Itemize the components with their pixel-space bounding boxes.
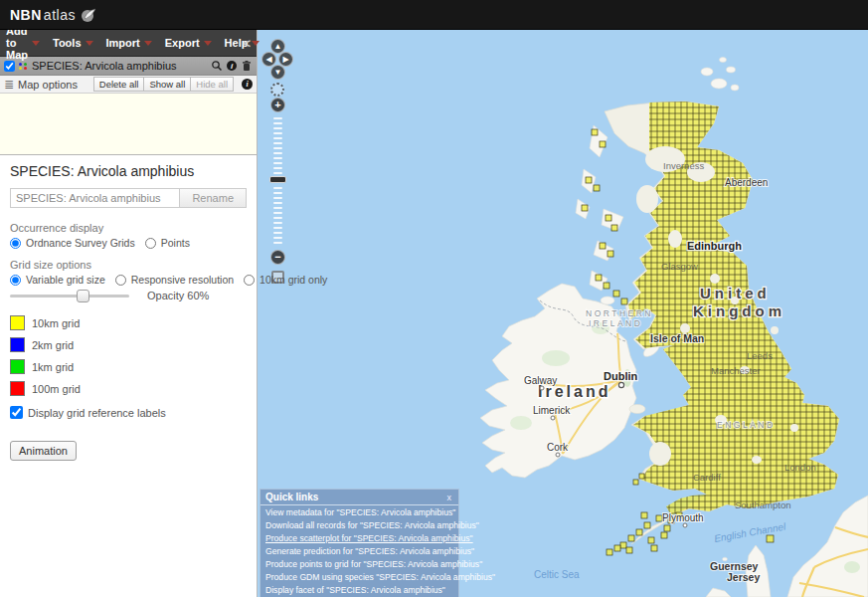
label-aberdeen: Aberdeen xyxy=(725,177,768,188)
top-bar: NBN atlas xyxy=(0,0,868,30)
link-download-records[interactable]: Download all records for "SPECIES: Arvic… xyxy=(260,518,458,531)
legend-item-100m: 100m grid xyxy=(10,381,247,396)
radio-responsive-resolution[interactable] xyxy=(115,275,126,286)
grid-size-options-label: Grid size options xyxy=(10,259,247,271)
quick-links-panel: Quick links x View metadata for "SPECIES… xyxy=(260,489,459,597)
label-cardiff: Cardiff xyxy=(693,472,721,483)
delete-layer-icon[interactable] xyxy=(241,60,253,72)
label-dublin: Dublin xyxy=(604,370,637,382)
link-view-metadata[interactable]: View metadata for "SPECIES: Arvicola amp… xyxy=(260,505,458,518)
label-leeds: Leeds xyxy=(747,350,773,361)
label-edinburgh: Edinburgh xyxy=(687,240,742,252)
label-southampton: Southampton xyxy=(735,499,791,510)
grid-layer-icon xyxy=(19,63,28,70)
legend-swatch-yellow xyxy=(10,315,25,330)
link-display-facet[interactable]: Display facet of "SPECIES: Arvicola amph… xyxy=(260,583,458,596)
chevron-down-icon xyxy=(252,41,260,46)
close-icon[interactable]: x xyxy=(445,493,454,502)
link-produce-gdm[interactable]: Produce GDM using species "SPECIES: Arvi… xyxy=(260,570,458,583)
display-grid-labels-checkbox[interactable] xyxy=(10,406,23,419)
link-points-to-grid[interactable]: Produce points to grid for "SPECIES: Arv… xyxy=(260,557,458,570)
menu-import[interactable]: Import xyxy=(106,37,152,49)
map-area[interactable]: United Kingdom Ireland NORTHERN IRELAND … xyxy=(258,30,868,597)
label-england: ENGLAND xyxy=(717,420,776,430)
collapse-panel-icon[interactable]: < xyxy=(243,36,251,51)
label-manchester: Manchester xyxy=(711,365,761,376)
legend-item-1km: 1km grid xyxy=(10,359,247,374)
menu-export[interactable]: Export xyxy=(165,37,212,49)
radio-variable-grid[interactable] xyxy=(10,275,21,286)
map-options-label[interactable]: Map options xyxy=(18,79,93,91)
label-cork: Cork xyxy=(547,442,569,453)
logo-text-atlas: atlas xyxy=(44,7,76,23)
layer-info-icon[interactable]: i xyxy=(226,60,238,72)
opacity-slider-track[interactable] xyxy=(10,295,129,298)
label-united-kingdom-1: United xyxy=(700,285,771,301)
vegetation-patch xyxy=(510,416,532,430)
list-icon: ≣ xyxy=(4,79,14,91)
details-title: SPECIES: Arvicola amphibius xyxy=(10,163,247,188)
label-plymouth: Plymouth xyxy=(662,512,704,523)
grid-size-options: Variable grid size Responsive resolution… xyxy=(10,274,247,286)
occurrence-display-label: Occurrence display xyxy=(10,222,247,234)
rename-button[interactable]: Rename xyxy=(180,188,247,208)
pan-down-button[interactable]: ▼ xyxy=(270,65,285,80)
zoom-slider-handle[interactable] xyxy=(269,176,286,183)
radio-10km-only[interactable] xyxy=(244,275,255,286)
left-panel: Add to Map Tools Import Export Help < SP… xyxy=(0,30,258,597)
nbn-atlas-logo[interactable]: NBN atlas xyxy=(10,7,96,23)
link-produce-scatterplot[interactable]: Produce scatterplot for "SPECIES: Arvico… xyxy=(260,531,458,544)
label-glasgow: Glasgow xyxy=(661,261,698,272)
layer-details-panel: SPECIES: Arvicola amphibius Rename Occur… xyxy=(0,155,257,461)
nbn-atlas-app: NBN atlas Add to Map Tools Import Export… xyxy=(0,0,868,597)
opacity-slider-row: Opacity 60% xyxy=(10,290,247,301)
vegetation-patch xyxy=(542,350,570,366)
logo-text-nbn: NBN xyxy=(10,7,42,23)
label-limerick: Limerick xyxy=(533,405,571,416)
zoom-to-layer-icon[interactable] xyxy=(211,60,223,72)
map-options-row: ≣ Map options Delete all Show all Hide a… xyxy=(0,76,257,94)
layer-label: SPECIES: Arvicola amphibius xyxy=(32,60,207,72)
menu-add-to-map[interactable]: Add to Map xyxy=(6,25,40,61)
label-celtic-sea: Celtic Sea xyxy=(534,569,580,580)
opacity-slider-handle[interactable] xyxy=(77,290,89,302)
radio-os-grids[interactable] xyxy=(10,238,21,249)
label-jersey: Jersey xyxy=(727,571,760,583)
opacity-label: Opacity 60% xyxy=(147,290,209,301)
radio-points[interactable] xyxy=(145,238,156,249)
chevron-down-icon xyxy=(32,41,40,46)
label-northern-ireland-2: IRELAND xyxy=(589,318,642,328)
link-generate-prediction[interactable]: Generate prediction for "SPECIES: Arvico… xyxy=(260,544,458,557)
occurrence-display-options: Ordnance Survey Grids Points xyxy=(10,237,247,249)
zoom-extent-button[interactable] xyxy=(270,83,284,97)
legend-swatch-red xyxy=(10,381,25,396)
chevron-down-icon xyxy=(144,41,152,46)
chevron-down-icon xyxy=(204,41,212,46)
label-northern-ireland-1: NORTHERN xyxy=(586,308,653,318)
chevron-down-icon xyxy=(86,41,93,46)
label-isle-of-man: Isle of Man xyxy=(650,332,704,344)
legend-swatch-green xyxy=(10,359,25,374)
hide-all-button[interactable]: Hide all xyxy=(190,77,234,92)
menu-tools[interactable]: Tools xyxy=(53,37,93,49)
label-london: London xyxy=(784,462,816,473)
zoom-out-button[interactable]: − xyxy=(270,250,285,265)
label-galway: Galway xyxy=(524,375,557,386)
layer-name-input[interactable] xyxy=(10,188,180,208)
menu-bar: Add to Map Tools Import Export Help < xyxy=(0,30,257,57)
map-options-info-icon[interactable]: i xyxy=(242,79,253,90)
layer-list-empty-area xyxy=(0,94,257,155)
grid-labels-checkbox-row: Display grid reference labels xyxy=(10,406,247,419)
animation-button[interactable]: Animation xyxy=(10,441,77,461)
show-all-button[interactable]: Show all xyxy=(143,77,190,92)
label-inverness: Inverness xyxy=(663,160,704,171)
zoom-in-button[interactable]: + xyxy=(270,98,285,112)
label-united-kingdom-2: Kingdom xyxy=(693,302,785,319)
quick-links-title: Quick links xyxy=(265,492,318,502)
legend-item-2km: 2km grid xyxy=(10,337,247,352)
legend-item-10km: 10km grid xyxy=(10,315,247,330)
legend-swatch-blue xyxy=(10,337,25,352)
anglesey-island xyxy=(629,405,645,414)
delete-all-button[interactable]: Delete all xyxy=(93,77,144,92)
layer-visibility-checkbox[interactable] xyxy=(4,61,15,72)
